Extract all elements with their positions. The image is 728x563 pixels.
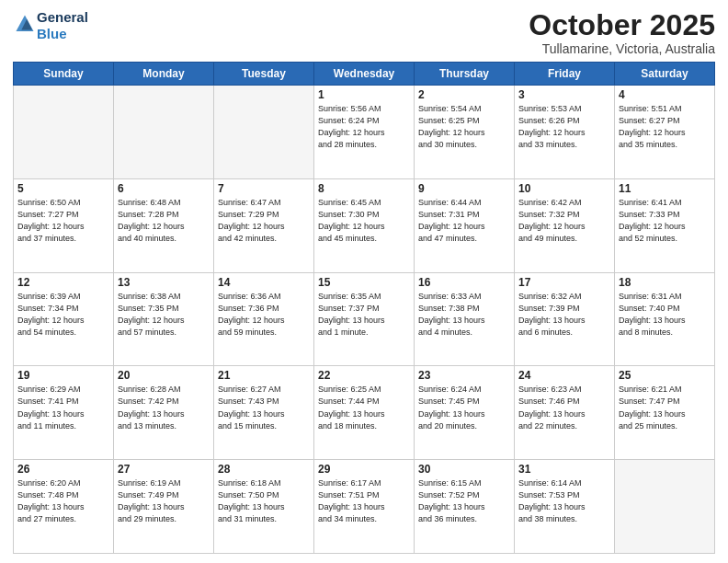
day-number: 12 (17, 276, 109, 289)
day-number: 4 (619, 88, 711, 101)
day-number: 22 (318, 369, 410, 382)
calendar-cell: 20Sunrise: 6:28 AMSunset: 7:42 PMDayligh… (114, 366, 214, 460)
calendar-table: SundayMondayTuesdayWednesdayThursdayFrid… (13, 62, 715, 554)
day-number: 3 (518, 88, 610, 101)
logo-line2: Blue (37, 26, 88, 42)
cell-info: Sunrise: 6:39 AMSunset: 7:34 PMDaylight:… (17, 291, 109, 339)
calendar-cell: 9Sunrise: 6:44 AMSunset: 7:31 PMDaylight… (415, 178, 515, 272)
week-row-1: 1Sunrise: 5:56 AMSunset: 6:24 PMDaylight… (14, 86, 715, 179)
cell-info: Sunrise: 6:32 AMSunset: 7:39 PMDaylight:… (518, 291, 610, 339)
cell-info: Sunrise: 6:20 AMSunset: 7:48 PMDaylight:… (17, 477, 109, 525)
calendar-cell: 18Sunrise: 6:31 AMSunset: 7:40 PMDayligh… (615, 272, 715, 366)
weekday-header-thursday: Thursday (415, 63, 515, 86)
day-number: 16 (418, 276, 510, 289)
cell-info: Sunrise: 5:56 AMSunset: 6:24 PMDaylight:… (318, 103, 410, 151)
calendar-cell: 6Sunrise: 6:48 AMSunset: 7:28 PMDaylight… (114, 178, 214, 272)
cell-info: Sunrise: 6:18 AMSunset: 7:50 PMDaylight:… (218, 477, 310, 525)
cell-info: Sunrise: 5:54 AMSunset: 6:25 PMDaylight:… (418, 103, 510, 151)
cell-info: Sunrise: 6:24 AMSunset: 7:45 PMDaylight:… (418, 384, 510, 431)
cell-info: Sunrise: 6:41 AMSunset: 7:33 PMDaylight:… (619, 197, 711, 245)
day-number: 23 (418, 369, 510, 382)
cell-info: Sunrise: 6:21 AMSunset: 7:47 PMDaylight:… (619, 384, 711, 431)
calendar-cell: 21Sunrise: 6:27 AMSunset: 7:43 PMDayligh… (214, 366, 314, 460)
day-number: 15 (318, 276, 410, 289)
cell-info: Sunrise: 6:27 AMSunset: 7:43 PMDaylight:… (218, 384, 310, 431)
cell-info: Sunrise: 6:36 AMSunset: 7:36 PMDaylight:… (218, 291, 310, 339)
title-area: October 2025 Tullamarine, Victoria, Aust… (529, 9, 715, 56)
cell-info: Sunrise: 6:50 AMSunset: 7:27 PMDaylight:… (17, 197, 109, 245)
day-number: 8 (318, 182, 410, 195)
day-number: 25 (619, 369, 711, 382)
day-number: 19 (17, 369, 109, 382)
calendar-cell: 4Sunrise: 5:51 AMSunset: 6:27 PMDaylight… (615, 86, 715, 179)
cell-info: Sunrise: 6:23 AMSunset: 7:46 PMDaylight:… (518, 384, 610, 431)
week-row-2: 5Sunrise: 6:50 AMSunset: 7:27 PMDaylight… (14, 178, 715, 272)
cell-info: Sunrise: 6:14 AMSunset: 7:53 PMDaylight:… (518, 477, 610, 525)
day-number: 2 (418, 88, 510, 101)
logo-icon (15, 14, 35, 34)
day-number: 6 (118, 182, 210, 195)
day-number: 1 (318, 88, 410, 101)
day-number: 14 (218, 276, 310, 289)
day-number: 21 (218, 369, 310, 382)
logo-text: General Blue (37, 9, 88, 42)
calendar-cell (214, 86, 314, 179)
cell-info: Sunrise: 6:15 AMSunset: 7:52 PMDaylight:… (418, 477, 510, 525)
day-number: 29 (318, 463, 410, 476)
calendar-cell: 16Sunrise: 6:33 AMSunset: 7:38 PMDayligh… (415, 272, 515, 366)
calendar-cell: 22Sunrise: 6:25 AMSunset: 7:44 PMDayligh… (314, 366, 415, 460)
calendar-cell (615, 460, 715, 554)
day-number: 27 (118, 463, 210, 476)
calendar-cell: 10Sunrise: 6:42 AMSunset: 7:32 PMDayligh… (515, 178, 615, 272)
day-number: 11 (619, 182, 711, 195)
calendar-cell: 23Sunrise: 6:24 AMSunset: 7:45 PMDayligh… (415, 366, 515, 460)
day-number: 26 (17, 463, 109, 476)
calendar-cell: 13Sunrise: 6:38 AMSunset: 7:35 PMDayligh… (114, 272, 214, 366)
calendar-cell: 17Sunrise: 6:32 AMSunset: 7:39 PMDayligh… (515, 272, 615, 366)
calendar-cell (14, 86, 114, 179)
day-number: 5 (17, 182, 109, 195)
calendar-cell: 29Sunrise: 6:17 AMSunset: 7:51 PMDayligh… (314, 460, 415, 554)
cell-info: Sunrise: 6:29 AMSunset: 7:41 PMDaylight:… (17, 384, 109, 431)
page: General Blue October 2025 Tullamarine, V… (0, 0, 728, 563)
calendar-cell: 28Sunrise: 6:18 AMSunset: 7:50 PMDayligh… (214, 460, 314, 554)
cell-info: Sunrise: 6:38 AMSunset: 7:35 PMDaylight:… (118, 291, 210, 339)
cell-info: Sunrise: 6:31 AMSunset: 7:40 PMDaylight:… (619, 291, 711, 339)
cell-info: Sunrise: 6:35 AMSunset: 7:37 PMDaylight:… (318, 291, 410, 339)
calendar-cell: 5Sunrise: 6:50 AMSunset: 7:27 PMDaylight… (14, 178, 114, 272)
cell-info: Sunrise: 6:48 AMSunset: 7:28 PMDaylight:… (118, 197, 210, 245)
day-number: 20 (118, 369, 210, 382)
weekday-row: SundayMondayTuesdayWednesdayThursdayFrid… (14, 63, 715, 86)
cell-info: Sunrise: 6:19 AMSunset: 7:49 PMDaylight:… (118, 477, 210, 525)
header: General Blue October 2025 Tullamarine, V… (13, 9, 715, 56)
calendar-cell: 11Sunrise: 6:41 AMSunset: 7:33 PMDayligh… (615, 178, 715, 272)
cell-info: Sunrise: 6:45 AMSunset: 7:30 PMDaylight:… (318, 197, 410, 245)
calendar-cell: 12Sunrise: 6:39 AMSunset: 7:34 PMDayligh… (14, 272, 114, 366)
cell-info: Sunrise: 6:25 AMSunset: 7:44 PMDaylight:… (318, 384, 410, 431)
calendar-cell: 30Sunrise: 6:15 AMSunset: 7:52 PMDayligh… (415, 460, 515, 554)
weekday-header-monday: Monday (114, 63, 214, 86)
weekday-header-saturday: Saturday (615, 63, 715, 86)
calendar-body: 1Sunrise: 5:56 AMSunset: 6:24 PMDaylight… (14, 86, 715, 554)
calendar-cell: 7Sunrise: 6:47 AMSunset: 7:29 PMDaylight… (214, 178, 314, 272)
weekday-header-wednesday: Wednesday (314, 63, 415, 86)
day-number: 30 (418, 463, 510, 476)
calendar-cell: 3Sunrise: 5:53 AMSunset: 6:26 PMDaylight… (515, 86, 615, 179)
day-number: 10 (518, 182, 610, 195)
logo-line1: General (37, 9, 88, 26)
calendar-header: SundayMondayTuesdayWednesdayThursdayFrid… (14, 63, 715, 86)
weekday-header-sunday: Sunday (14, 63, 114, 86)
day-number: 9 (418, 182, 510, 195)
calendar-cell: 8Sunrise: 6:45 AMSunset: 7:30 PMDaylight… (314, 178, 415, 272)
calendar-cell: 14Sunrise: 6:36 AMSunset: 7:36 PMDayligh… (214, 272, 314, 366)
calendar-cell: 31Sunrise: 6:14 AMSunset: 7:53 PMDayligh… (515, 460, 615, 554)
cell-info: Sunrise: 6:42 AMSunset: 7:32 PMDaylight:… (518, 197, 610, 245)
cell-info: Sunrise: 5:51 AMSunset: 6:27 PMDaylight:… (619, 103, 711, 151)
cell-info: Sunrise: 5:53 AMSunset: 6:26 PMDaylight:… (518, 103, 610, 151)
calendar-cell: 25Sunrise: 6:21 AMSunset: 7:47 PMDayligh… (615, 366, 715, 460)
cell-info: Sunrise: 6:28 AMSunset: 7:42 PMDaylight:… (118, 384, 210, 431)
day-number: 17 (518, 276, 610, 289)
weekday-header-friday: Friday (515, 63, 615, 86)
cell-info: Sunrise: 6:47 AMSunset: 7:29 PMDaylight:… (218, 197, 310, 245)
day-number: 7 (218, 182, 310, 195)
